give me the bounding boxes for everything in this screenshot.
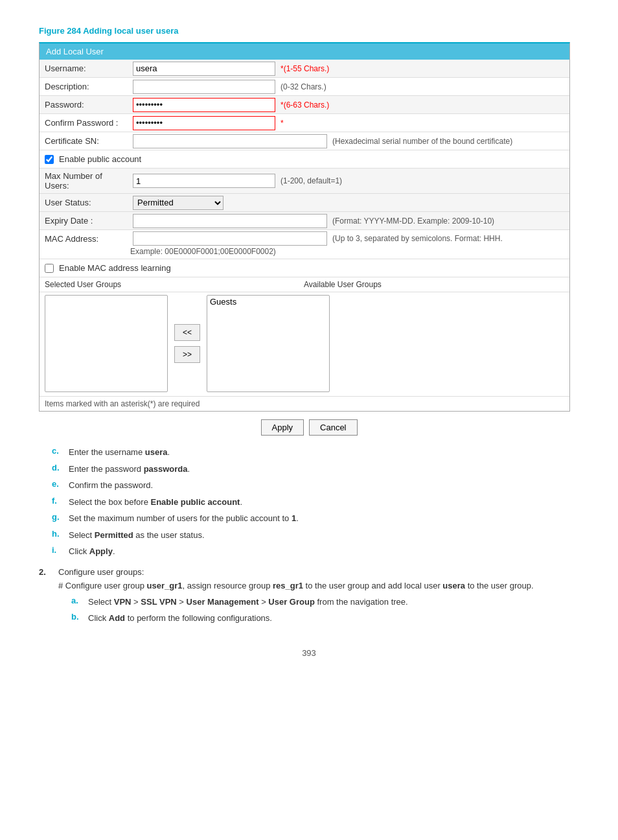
step2-a-text: Select VPN > SSL VPN > User Management >… [88, 596, 408, 609]
available-groups-header: Available User Groups [299, 279, 387, 290]
mac-example: Example: 00E0000F0001;00E0000F0002) [40, 247, 569, 259]
confirm-hint: * [280, 119, 284, 128]
instruction-h-text: Select Permitted as the user status. [69, 529, 205, 542]
instruction-i-letter: i. [52, 545, 65, 555]
instruction-c-text: Enter the username usera. [69, 446, 170, 459]
max-users-label: Max Number of Users: [40, 169, 130, 193]
cert-sn-hint: (Hexadecimal serial number of the bound … [332, 137, 512, 146]
confirm-password-row: Confirm Password : * [40, 114, 569, 132]
instruction-c: c. Enter the username usera. [52, 446, 579, 459]
step2-content: Configure user groups: # Configure user … [58, 567, 534, 629]
required-note: Items marked with an asterisk(*) are req… [40, 397, 569, 411]
mac-learning-label: Enable MAC address learning [59, 263, 171, 273]
instruction-f-letter: f. [52, 496, 65, 506]
move-right-button[interactable]: >> [174, 346, 200, 363]
password-label: Password: [40, 97, 130, 112]
instruction-c-letter: c. [52, 446, 65, 456]
description-row: Description: (0-32 Chars.) [40, 78, 569, 96]
max-users-row: Max Number of Users: (1-200, default=1) [40, 169, 569, 194]
figure-title: Figure 284 Adding local user usera [39, 26, 579, 36]
step2-a-letter: a. [71, 596, 84, 605]
page-number: 393 [39, 648, 579, 658]
username-row: Username: *(1-55 Chars.) [40, 60, 569, 78]
username-input-cell: *(1-55 Chars.) [130, 60, 569, 77]
groups-headers: Selected User Groups Available User Grou… [40, 277, 569, 292]
instruction-g-text: Set the maximum number of users for the … [69, 512, 299, 525]
groups-transfer-buttons: << >> [174, 295, 200, 392]
username-label: Username: [40, 61, 130, 76]
max-users-hint: (1-200, default=1) [280, 176, 342, 185]
description-hint: (0-32 Chars.) [280, 82, 326, 91]
instruction-h: h. Select Permitted as the user status. [52, 529, 579, 542]
expiry-label: Expiry Date : [40, 213, 130, 228]
user-status-row: User Status: Permitted Denied [40, 194, 569, 212]
mac-row: MAC Address: (Up to 3, separated by semi… [40, 230, 569, 259]
instruction-d-text: Enter the password passworda. [69, 463, 190, 476]
user-status-input-cell: Permitted Denied [130, 194, 569, 211]
cancel-button[interactable]: Cancel [309, 419, 357, 436]
expiry-input[interactable] [133, 214, 327, 228]
password-row: Password: *(6-63 Chars.) [40, 96, 569, 114]
enable-public-label: Enable public account [59, 154, 141, 164]
user-groups-section: Selected User Groups Available User Grou… [40, 277, 569, 397]
apply-button[interactable]: Apply [261, 419, 304, 436]
add-local-user-form: Add Local User Username: *(1-55 Chars.) … [39, 42, 570, 412]
description-input-cell: (0-32 Chars.) [130, 78, 569, 95]
mac-input[interactable] [133, 231, 327, 246]
max-users-input[interactable] [133, 174, 275, 188]
instruction-d-letter: d. [52, 463, 65, 472]
confirm-password-input[interactable] [133, 116, 275, 130]
enable-public-row: Enable public account [40, 150, 569, 169]
expiry-hint: (Format: YYYY-MM-DD. Example: 2009-10-10… [332, 216, 494, 226]
mac-learning-row: Enable MAC address learning [40, 259, 569, 277]
expiry-input-cell: (Format: YYYY-MM-DD. Example: 2009-10-10… [130, 213, 569, 229]
step2-sub-instructions: a. Select VPN > SSL VPN > User Managemen… [71, 596, 534, 625]
action-buttons: Apply Cancel [39, 419, 579, 436]
step2-container: 2. Configure user groups: # Configure us… [39, 567, 579, 629]
instruction-i: i. Click Apply. [52, 545, 579, 558]
user-status-label: User Status: [40, 195, 130, 210]
selected-groups-header: Selected User Groups [40, 279, 169, 290]
step2-detail: # Configure user group user_gr1, assign … [58, 581, 534, 590]
password-input[interactable] [133, 98, 275, 112]
description-input[interactable] [133, 80, 275, 94]
instruction-g: g. Set the maximum number of users for t… [52, 512, 579, 525]
instruction-d: d. Enter the password passworda. [52, 463, 579, 476]
cert-sn-input[interactable] [133, 134, 327, 148]
instruction-e-text: Confirm the password. [69, 479, 153, 492]
step2-b-letter: b. [71, 612, 84, 622]
form-header: Add Local User [40, 43, 569, 60]
username-input[interactable] [133, 62, 275, 76]
mac-label: MAC Address: [40, 231, 130, 246]
selected-groups-listbox[interactable] [45, 295, 168, 392]
step2-text: Configure user groups: [58, 567, 534, 577]
step2-sub-a: a. Select VPN > SSL VPN > User Managemen… [71, 596, 534, 609]
instruction-f: f. Select the box before Enable public a… [52, 496, 579, 509]
mac-hint: (Up to 3, separated by semicolons. Forma… [332, 234, 503, 243]
instruction-h-letter: h. [52, 529, 65, 539]
instruction-f-text: Select the box before Enable public acco… [69, 496, 242, 509]
step2-sub-b: b. Click Add to perform the following co… [71, 612, 534, 625]
instructions: c. Enter the username usera. d. Enter th… [52, 446, 579, 558]
groups-body: << >> Guests [40, 292, 569, 396]
confirm-password-label: Confirm Password : [40, 115, 130, 130]
step2-number: 2. [39, 567, 58, 577]
password-hint: *(6-63 Chars.) [280, 100, 329, 110]
max-users-input-cell: (1-200, default=1) [130, 172, 569, 189]
cert-sn-label: Certificate SN: [40, 134, 130, 148]
instruction-e-letter: e. [52, 479, 65, 489]
username-hint: *(1-55 Chars.) [280, 64, 329, 73]
cert-sn-input-cell: (Hexadecimal serial number of the bound … [130, 133, 569, 150]
mac-learning-checkbox[interactable] [45, 264, 54, 273]
available-groups-listbox[interactable]: Guests [207, 295, 330, 392]
mac-input-cell: (Up to 3, separated by semicolons. Forma… [130, 230, 569, 247]
step2-b-text: Click Add to perform the following confi… [88, 612, 272, 625]
instruction-i-text: Click Apply. [69, 545, 115, 558]
password-input-cell: *(6-63 Chars.) [130, 97, 569, 113]
enable-public-checkbox[interactable] [45, 155, 54, 164]
move-left-button[interactable]: << [174, 324, 200, 341]
description-label: Description: [40, 79, 130, 94]
cert-sn-row: Certificate SN: (Hexadecimal serial numb… [40, 132, 569, 150]
instruction-g-letter: g. [52, 512, 65, 522]
user-status-select[interactable]: Permitted Denied [133, 196, 223, 210]
